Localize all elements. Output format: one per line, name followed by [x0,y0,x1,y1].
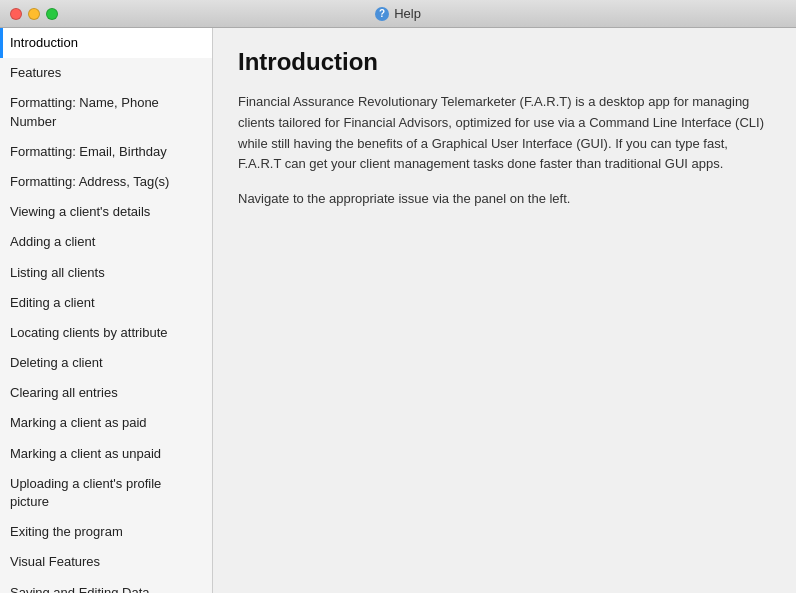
maximize-button[interactable] [46,8,58,20]
content-area: Introduction Financial Assurance Revolut… [213,28,796,593]
sidebar-item-visual-features[interactable]: Visual Features [0,547,212,577]
sidebar-item-formatting-address-tags[interactable]: Formatting: Address, Tag(s) [0,167,212,197]
sidebar-item-editing-client[interactable]: Editing a client [0,288,212,318]
sidebar-item-uploading-picture[interactable]: Uploading a client's profile picture [0,469,212,517]
minimize-button[interactable] [28,8,40,20]
sidebar-item-marking-paid[interactable]: Marking a client as paid [0,408,212,438]
main-layout: IntroductionFeaturesFormatting: Name, Ph… [0,28,796,593]
sidebar-item-viewing-client-details[interactable]: Viewing a client's details [0,197,212,227]
sidebar-item-features[interactable]: Features [0,58,212,88]
content-paragraph-0: Financial Assurance Revolutionary Telema… [238,92,771,175]
help-icon: ? [375,7,389,21]
window-controls [10,8,58,20]
sidebar-item-formatting-email-birthday[interactable]: Formatting: Email, Birthday [0,137,212,167]
sidebar-item-adding-client[interactable]: Adding a client [0,227,212,257]
close-button[interactable] [10,8,22,20]
sidebar-item-formatting-name-phone[interactable]: Formatting: Name, Phone Number [0,88,212,136]
content-paragraph-1: Navigate to the appropriate issue via th… [238,189,771,210]
title-bar: ? Help [0,0,796,28]
sidebar-item-listing-clients[interactable]: Listing all clients [0,258,212,288]
sidebar: IntroductionFeaturesFormatting: Name, Ph… [0,28,213,593]
window-title: ? Help [375,6,421,21]
sidebar-item-deleting-client[interactable]: Deleting a client [0,348,212,378]
sidebar-item-introduction[interactable]: Introduction [0,28,212,58]
sidebar-item-saving-editing[interactable]: Saving and Editing Data [0,578,212,593]
content-body: Financial Assurance Revolutionary Telema… [238,92,771,210]
sidebar-item-clearing-entries[interactable]: Clearing all entries [0,378,212,408]
sidebar-item-marking-unpaid[interactable]: Marking a client as unpaid [0,439,212,469]
sidebar-item-locating-clients[interactable]: Locating clients by attribute [0,318,212,348]
content-title: Introduction [238,48,771,76]
sidebar-item-exiting-program[interactable]: Exiting the program [0,517,212,547]
